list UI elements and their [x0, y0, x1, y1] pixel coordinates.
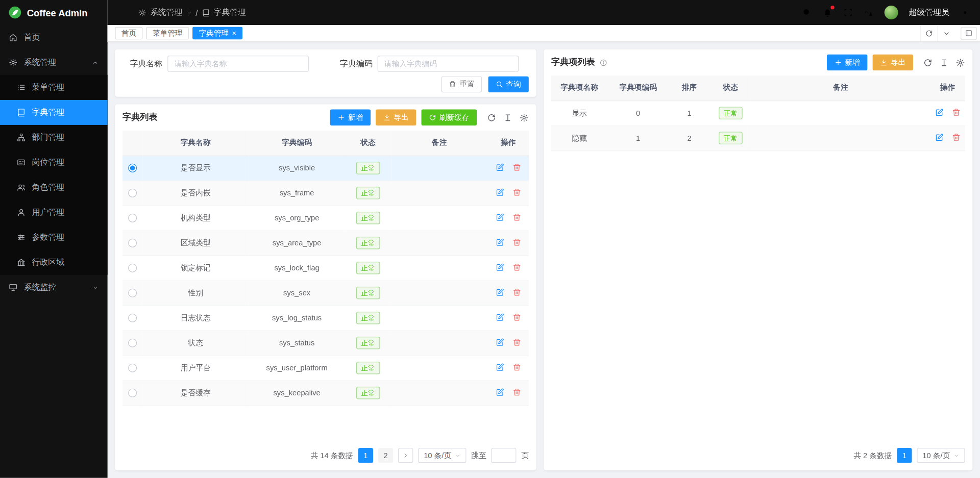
dict-table-row[interactable]: 日志状态 sys_log_status 正常: [122, 306, 529, 331]
translate-icon[interactable]: [864, 8, 874, 18]
delete-icon[interactable]: [512, 313, 521, 321]
edit-icon[interactable]: [495, 313, 504, 321]
refresh-table-icon[interactable]: [923, 58, 933, 67]
sidebar-item-menu-management[interactable]: 菜单管理: [0, 75, 108, 100]
dict-table-row[interactable]: 是否内嵌 sys_frame 正常: [122, 181, 529, 206]
item-name-cell: 显示: [551, 100, 607, 125]
sidebar-item-dept-management[interactable]: 部门管理: [0, 125, 108, 150]
dict-code-input[interactable]: [378, 56, 519, 72]
column-density-icon[interactable]: [939, 58, 948, 67]
dict-name-input[interactable]: [167, 56, 309, 72]
delete-icon[interactable]: [512, 338, 521, 346]
avatar[interactable]: [885, 6, 898, 19]
dict-table-row[interactable]: 是否显示 sys_visible 正常: [122, 156, 529, 181]
table-settings-gear-icon[interactable]: [955, 58, 965, 67]
row-radio[interactable]: [128, 189, 137, 197]
dict-table-row[interactable]: 用户平台 sys_user_platform 正常: [122, 356, 529, 381]
column-header: 字典项名称: [551, 76, 607, 100]
delete-icon[interactable]: [951, 108, 960, 116]
delete-icon[interactable]: [512, 388, 521, 396]
delete-icon[interactable]: [512, 163, 521, 171]
refresh-cache-button[interactable]: 刷新缓存: [421, 109, 477, 125]
edit-icon[interactable]: [495, 163, 504, 171]
page-1-button[interactable]: 1: [358, 448, 373, 463]
sidebar-item-home[interactable]: 首页: [0, 25, 108, 50]
page-1-button[interactable]: 1: [897, 448, 912, 463]
dict-table-row[interactable]: 机构类型 sys_org_type 正常: [122, 206, 529, 231]
tab-home[interactable]: 首页: [115, 27, 142, 39]
dict-item-row[interactable]: 隐藏 1 2 正常: [551, 125, 965, 150]
sidebar-item-system-management[interactable]: 系统管理: [0, 50, 108, 75]
column-density-icon[interactable]: [503, 113, 512, 122]
edit-icon[interactable]: [935, 108, 943, 116]
dict-table-row[interactable]: 性别 sys_sex 正常: [122, 281, 529, 306]
reset-button[interactable]: 重置: [441, 76, 482, 92]
username[interactable]: 超级管理员: [909, 7, 949, 18]
refresh-table-icon[interactable]: [487, 113, 496, 122]
delete-icon[interactable]: [512, 288, 521, 296]
dict-name-cell: 性别: [142, 281, 249, 306]
sidebar-item-param-management[interactable]: 参数管理: [0, 225, 108, 250]
edit-icon[interactable]: [495, 338, 504, 346]
row-radio[interactable]: [128, 214, 137, 222]
delete-icon[interactable]: [512, 238, 521, 246]
page-size-select[interactable]: 10 条/页: [418, 448, 466, 463]
dict-table-row[interactable]: 状态 sys_status 正常: [122, 331, 529, 356]
delete-icon[interactable]: [512, 363, 521, 371]
sidebar-item-dict-management[interactable]: 字典管理: [0, 100, 108, 125]
sidebar-item-system-monitor[interactable]: 系统监控: [0, 275, 108, 300]
edit-icon[interactable]: [495, 238, 504, 246]
breadcrumb-parent[interactable]: 系统管理: [150, 7, 183, 18]
close-tab-icon[interactable]: ×: [232, 30, 236, 37]
export-dict-item-button[interactable]: 导出: [872, 55, 913, 71]
edit-icon[interactable]: [495, 363, 504, 371]
add-dict-button[interactable]: 新增: [330, 109, 371, 125]
delete-icon[interactable]: [512, 188, 521, 196]
gear-icon: [9, 58, 17, 67]
sidebar-item-user-management[interactable]: 用户管理: [0, 200, 108, 225]
next-page-button[interactable]: [398, 448, 413, 463]
edit-icon[interactable]: [495, 288, 504, 296]
layout-setting-icon[interactable]: [961, 27, 977, 40]
dict-table-row[interactable]: 区域类型 sys_area_type 正常: [122, 231, 529, 256]
collapse-sidebar-icon[interactable]: [117, 7, 128, 18]
dict-item-row[interactable]: 显示 0 1 正常: [551, 100, 965, 125]
edit-icon[interactable]: [495, 188, 504, 196]
jump-page-input[interactable]: [491, 448, 516, 463]
query-button[interactable]: 查询: [488, 76, 529, 92]
row-radio[interactable]: [128, 314, 137, 322]
row-radio[interactable]: [128, 389, 137, 397]
delete-icon[interactable]: [512, 263, 521, 271]
edit-icon[interactable]: [495, 388, 504, 396]
page-2-button[interactable]: 2: [378, 448, 393, 463]
sidebar-item-admin-region[interactable]: 行政区域: [0, 250, 108, 275]
tab-options-chevron-icon[interactable]: [938, 25, 955, 41]
fullscreen-icon[interactable]: [843, 8, 853, 18]
search-icon[interactable]: [802, 8, 812, 18]
edit-icon[interactable]: [935, 133, 943, 141]
export-dict-button[interactable]: 导出: [376, 109, 416, 125]
tab-menu-management[interactable]: 菜单管理: [146, 27, 189, 39]
edit-icon[interactable]: [495, 263, 504, 271]
delete-icon[interactable]: [512, 213, 521, 221]
row-radio[interactable]: [128, 264, 137, 272]
page-size-select[interactable]: 10 条/页: [917, 448, 965, 463]
settings-gear-icon[interactable]: [960, 8, 970, 18]
tab-dict-management[interactable]: 字典管理 ×: [192, 27, 242, 39]
sidebar-item-post-management[interactable]: 岗位管理: [0, 150, 108, 175]
table-settings-gear-icon[interactable]: [520, 113, 529, 122]
dict-table-row[interactable]: 是否缓存 sys_keepalive 正常: [122, 381, 529, 406]
row-radio[interactable]: [128, 239, 137, 247]
row-radio[interactable]: [128, 289, 137, 297]
row-radio[interactable]: [128, 339, 137, 347]
sidebar-item-role-management[interactable]: 角色管理: [0, 175, 108, 200]
refresh-tab-icon[interactable]: [920, 25, 937, 41]
add-dict-item-button[interactable]: 新增: [827, 55, 868, 71]
status-badge: 正常: [356, 187, 380, 199]
edit-icon[interactable]: [495, 213, 504, 221]
row-radio[interactable]: [128, 364, 137, 372]
row-radio[interactable]: [128, 164, 137, 172]
notifications-button[interactable]: [822, 8, 832, 18]
dict-table-row[interactable]: 锁定标记 sys_lock_flag 正常: [122, 256, 529, 281]
delete-icon[interactable]: [951, 133, 960, 141]
